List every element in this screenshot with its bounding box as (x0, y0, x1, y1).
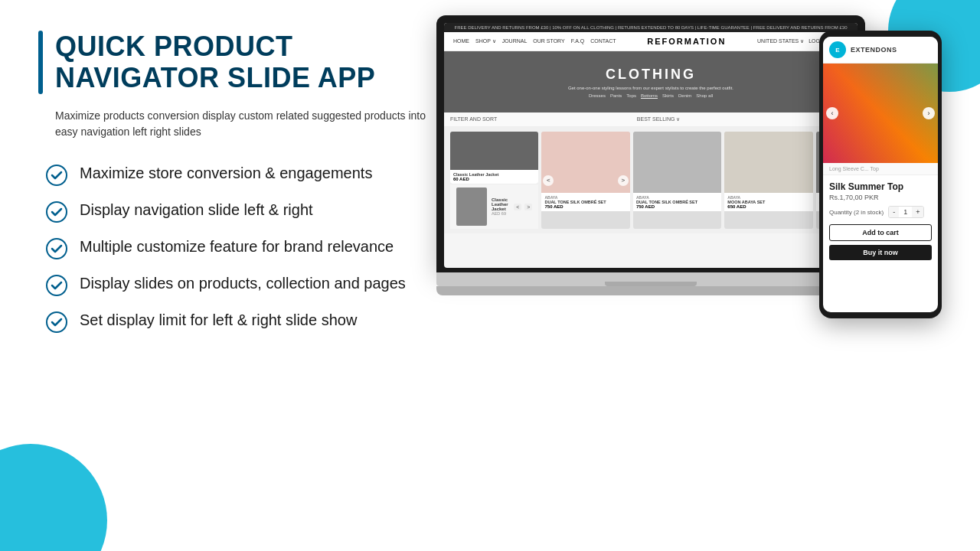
laptop-stand (436, 286, 865, 295)
slim-next-button[interactable]: > (524, 204, 532, 210)
menu-shop[interactable]: SHOP ∨ (475, 38, 496, 44)
hero-sub: Get one-on-one styling lessons from our … (568, 86, 733, 90)
svg-point-1 (47, 202, 67, 222)
left-panel: QUICK PRODUCT NAVIGATOR SLIDE APP Maximi… (38, 31, 436, 536)
phone-outer: E EXTENDONS ‹ › Long Sleeve C... Top (819, 31, 942, 318)
svg-point-0 (47, 165, 67, 185)
products-grid: Classic Leather Jacket 60 AED Classic Le… (444, 127, 858, 233)
phone-screen: E EXTENDONS ‹ › Long Sleeve C... Top (823, 37, 938, 312)
feature-text-1: Maximize store conversion & engagements (80, 163, 372, 184)
check-icon-2 (46, 201, 67, 223)
product-price-4: 650 AED (727, 204, 809, 209)
buy-now-button[interactable]: Buy it now (829, 245, 932, 260)
title-block: QUICK PRODUCT NAVIGATOR SLIDE APP (38, 31, 436, 94)
phone-product-title: Silk Summer Top (829, 181, 932, 192)
page-title: QUICK PRODUCT NAVIGATOR SLIDE APP (55, 31, 436, 94)
phone-breadcrumb: Long Sleeve C... Top (823, 163, 938, 175)
phone-product-image: ‹ › (823, 64, 938, 163)
hero-link-shop-all[interactable]: Shop all (696, 93, 713, 98)
product-img-1 (450, 132, 538, 170)
laptop-base (436, 272, 865, 286)
features-list: Maximize store conversion & engagements … (38, 163, 436, 333)
hero-link-dresses[interactable]: Dresses (589, 93, 606, 98)
menu-country[interactable]: UNITED STATES ∨ (757, 38, 804, 44)
slide-prev-2[interactable]: < (543, 175, 554, 186)
add-to-cart-button[interactable]: Add to cart (829, 224, 932, 241)
check-icon-5 (46, 311, 67, 333)
first-product-col: Classic Leather Jacket 60 AED Classic Le… (450, 132, 538, 229)
product-card-1[interactable]: Classic Leather Jacket 60 AED (450, 132, 538, 184)
hero-link-denim[interactable]: Denim (678, 93, 691, 98)
best-selling-label[interactable]: BEST SELLING ∨ (637, 116, 681, 122)
feature-item-4: Display slides on products, collection a… (46, 273, 436, 296)
phone-prev-button[interactable]: ‹ (826, 107, 838, 119)
product-info-4: ABAYA MOON ABAYA SET 650 AED (724, 193, 812, 211)
phone-mockup: E EXTENDONS ‹ › Long Sleeve C... Top (819, 31, 942, 318)
hero-title: CLOTHING (606, 67, 696, 83)
product-info-1: Classic Leather Jacket 60 AED (450, 170, 538, 184)
hero-link-tops[interactable]: Tops (626, 93, 636, 98)
laptop-mockup: FREE DELIVERY AND RETURNS FROM £30 | 10%… (436, 15, 865, 295)
svg-point-2 (47, 239, 67, 259)
laptop-screen: FREE DELIVERY AND RETURNS FROM £30 | 10%… (444, 23, 858, 268)
site-hero: CLOTHING Get one-on-one styling lessons … (444, 51, 858, 112)
feature-item-2: Display navigation slide left & right (46, 200, 436, 223)
filter-sort-label[interactable]: FILTER AND SORT (450, 116, 497, 122)
check-icon-4 (46, 275, 67, 296)
phone-nav-arrows: ‹ › (823, 107, 938, 119)
slim-product-name: Classic Leather Jacket (492, 197, 509, 211)
product-card-4[interactable]: ABAYA MOON ABAYA SET 650 AED (724, 132, 812, 229)
site-menu: HOME SHOP ∨ JOURNAL OUR STORY F.A.Q CONT… (444, 32, 858, 51)
product-card-3[interactable]: ABAYA DUAL TONE SILK OMBRÉ SET 750 AED (633, 132, 721, 229)
extendons-logo: E (829, 41, 846, 58)
feature-item-5: Set display limit for left & right slide… (46, 310, 436, 333)
slim-slider: Classic Leather Jacket AED 69 < > (450, 184, 538, 229)
feature-text-2: Display navigation slide left & right (80, 200, 313, 220)
product-img-3 (633, 132, 721, 193)
hero-link-bottoms[interactable]: Bottoms (641, 93, 658, 98)
product-img-4 (724, 132, 812, 193)
menu-contact[interactable]: CONTACT (590, 38, 616, 44)
product-info-2: ABAYA DUAL TONE SILK OMBRÉ SET 750 AED (541, 193, 629, 211)
menu-home[interactable]: HOME (453, 38, 469, 44)
right-panel: FREE DELIVERY AND RETURNS FROM £30 | 10%… (436, 31, 942, 536)
qty-label: Quantity (2 in stock) (829, 209, 884, 216)
hero-link-pants[interactable]: Pants (610, 93, 622, 98)
feature-item-1: Maximize store conversion & engagements (46, 163, 436, 186)
slim-prev-button[interactable]: < (514, 204, 521, 210)
laptop-screen-outer: FREE DELIVERY AND RETURNS FROM £30 | 10%… (436, 15, 865, 272)
check-icon-3 (46, 238, 67, 259)
slide-next-2[interactable]: > (618, 175, 629, 186)
svg-point-3 (47, 276, 67, 295)
qty-control: - 1 + (888, 206, 924, 218)
feature-text-3: Multiple customize feature for brand rel… (80, 236, 394, 257)
menu-journal[interactable]: JOURNAL (502, 38, 528, 44)
qty-minus-button[interactable]: - (889, 207, 899, 217)
hero-link-skirts[interactable]: Skirts (662, 93, 674, 98)
extendons-brand-text: EXTENDONS (851, 46, 897, 54)
phone-product-price: Rs.1,70,00 PKR (829, 194, 932, 201)
product-price-2: 750 AED (544, 204, 626, 209)
phone-header: E EXTENDONS (823, 37, 938, 64)
menu-faq[interactable]: F.A.Q (571, 38, 585, 44)
slim-arrows: < > (514, 204, 532, 210)
hero-links: Dresses Pants Tops Bottoms Skirts Denim … (589, 93, 713, 98)
site-menu-links: HOME SHOP ∨ JOURNAL OUR STORY F.A.Q CONT… (453, 38, 616, 44)
qty-plus-button[interactable]: + (912, 207, 923, 217)
menu-our-story[interactable]: OUR STORY (533, 38, 564, 44)
site-logo: REFORMATION (647, 37, 726, 46)
qty-value: 1 (899, 207, 912, 217)
slim-product-info: Classic Leather Jacket AED 69 (492, 197, 509, 216)
feature-text-4: Display slides on products, collection a… (80, 273, 406, 294)
site-products-header: FILTER AND SORT BEST SELLING ∨ 21 PRODU.… (444, 112, 858, 127)
product-card-2[interactable]: ABAYA DUAL TONE SILK OMBRÉ SET 750 AED <… (541, 132, 629, 229)
phone-qty-row: Quantity (2 in stock) - 1 + (829, 206, 932, 218)
check-icon-1 (46, 165, 67, 186)
phone-product-details: Silk Summer Top Rs.1,70,00 PKR Quantity … (823, 175, 938, 266)
feature-item-3: Multiple customize feature for brand rel… (46, 236, 436, 259)
site-ticker: FREE DELIVERY AND RETURNS FROM £30 | 10%… (444, 23, 858, 32)
page-subtitle: Maximize products conversion display cus… (38, 108, 436, 140)
svg-point-4 (47, 312, 67, 332)
phone-next-button[interactable]: › (923, 107, 935, 119)
product-img-2 (541, 132, 629, 193)
